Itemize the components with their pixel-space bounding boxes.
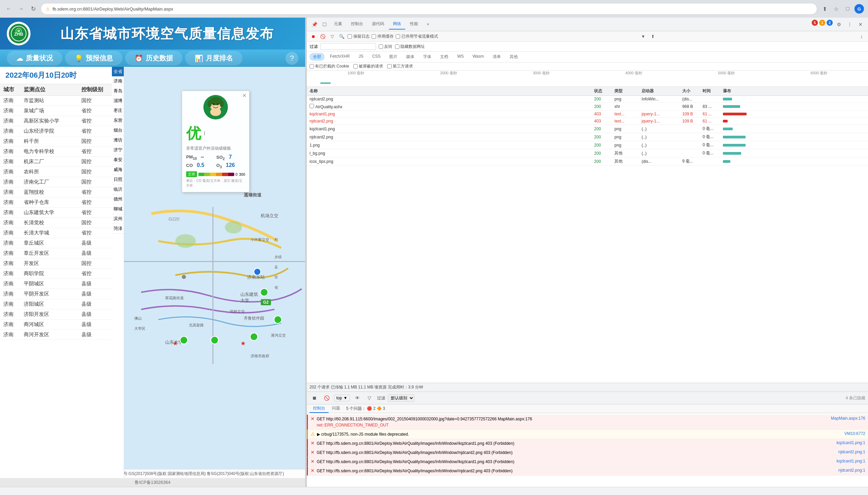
more-filters-button[interactable]: ▼ — [639, 33, 647, 40]
filter-zaozhuang[interactable]: 枣庄 — [112, 106, 124, 116]
table-row[interactable]: 济南开发区国控 — [0, 258, 112, 269]
type-other[interactable]: 其他 — [506, 53, 521, 61]
type-css[interactable]: CSS — [369, 53, 384, 61]
address-bar[interactable]: ⚠ fb.sdem.org.cn:8801/AirDeploy.Web/AirQ… — [41, 3, 817, 15]
record-button[interactable]: ⏺ — [309, 33, 317, 40]
filter-taian[interactable]: 泰安 — [112, 155, 124, 165]
table-row[interactable]: 济南济阳开发区县级 — [0, 309, 112, 320]
table-row[interactable]: 济南山东建筑大学省控 — [0, 208, 112, 218]
nav-quality[interactable]: ☁ 质量状况 — [7, 51, 63, 66]
table-row[interactable]: 济南山东经济学院省控 — [0, 126, 112, 136]
table-row[interactable]: 济南平阴城区县级 — [0, 279, 112, 289]
table-row[interactable]: 济南机床二厂国控 — [0, 157, 112, 167]
filter-liaocheng[interactable]: 聊城 — [112, 204, 124, 214]
table-row[interactable]: 济南长清大学城省控 — [0, 228, 112, 238]
table-row[interactable]: 济南商河城区县级 — [0, 320, 112, 330]
devtools-window-button[interactable]: ☐ — [320, 20, 329, 29]
map-container[interactable]: 遥墙街道 机场立交 村 乡镇 县 市 省 荷花路街道 济南东站 G220 佛山 … — [124, 67, 305, 470]
type-js[interactable]: JS — [355, 53, 367, 61]
console-filter-button[interactable]: ▽ — [365, 393, 374, 403]
search-button[interactable]: 🔍 — [338, 33, 346, 40]
console-clear-button[interactable]: 🚫 — [322, 393, 331, 403]
settings-button[interactable]: ⚙ — [834, 20, 844, 29]
filter-toggle-button[interactable]: ▽ — [329, 33, 336, 40]
nav-help-button[interactable]: ? — [285, 52, 298, 65]
table-row[interactable]: 济南济阳城区县级 — [0, 299, 112, 309]
filter-jinan[interactable]: 济南 — [112, 76, 124, 86]
blocked-cookie-checkbox[interactable]: 有已拦截的 Cookie — [309, 64, 349, 69]
type-ws[interactable]: WS — [454, 53, 467, 61]
network-row[interactable]: 1.png200png(..)0 毫... — [307, 141, 868, 149]
tab-more[interactable]: » — [423, 20, 433, 29]
nav-ranking[interactable]: 📊 月度排名 — [185, 51, 243, 66]
type-doc[interactable]: 文档 — [437, 53, 451, 61]
network-row[interactable]: l_bg.png200其他(..)0 毫... — [307, 149, 868, 157]
invert-checkbox[interactable]: 反转 — [379, 44, 392, 50]
export-button[interactable]: ↓ — [858, 33, 865, 40]
table-row[interactable]: 济南章丘开发区县级 — [0, 248, 112, 258]
network-row[interactable]: icos_tips.png200其他(dis...9 毫... — [307, 157, 868, 166]
context-selector[interactable]: top ▼ — [334, 395, 350, 402]
console-tab-console[interactable]: 控制台 — [309, 405, 329, 413]
clear-button[interactable]: 🚫 — [319, 33, 326, 40]
city-filter[interactable]: 全省 济南 青岛 淄博 枣庄 东营 烟台 潍坊 济宁 泰安 威海 日照 临沂 德… — [112, 67, 124, 478]
popup-close-button[interactable]: ✕ — [242, 92, 247, 99]
filter-dongying[interactable]: 东营 — [112, 116, 124, 125]
type-all[interactable]: 全部 — [309, 53, 324, 61]
table-row[interactable]: 济南科干所国控 — [0, 136, 112, 147]
type-wasm[interactable]: Wasm — [469, 53, 488, 61]
devtools-pin-button[interactable]: 📌 — [309, 20, 319, 29]
filter-all[interactable]: 全省 — [112, 67, 124, 76]
disable-cache-checkbox[interactable]: 停用缓存 — [372, 34, 394, 39]
more-button[interactable]: ⋮ — [845, 20, 854, 29]
filter-heze[interactable]: 菏泽 — [112, 224, 124, 234]
filter-weifang[interactable]: 潍坊 — [112, 135, 124, 145]
third-party-checkbox[interactable]: 第三方请求 — [387, 64, 413, 69]
bookmark-button[interactable]: ☆ — [831, 4, 841, 14]
type-img[interactable]: 图片 — [386, 53, 401, 61]
table-row[interactable]: 济南章丘城区县级 — [0, 238, 112, 248]
table-row[interactable]: 济南蓝翔技校省控 — [0, 187, 112, 198]
eye-button[interactable]: 👁 — [353, 393, 362, 403]
network-row[interactable]: njdcard2.png200png(..)0 毫... — [307, 133, 868, 141]
map-area[interactable]: 全省 济南 青岛 淄博 枣庄 东营 烟台 潍坊 济宁 泰安 威海 日照 临沂 德… — [112, 67, 305, 478]
network-row[interactable]: njdcard2.png200pngInfoWin...(dis... — [307, 96, 868, 103]
table-row[interactable]: 济南市监测站国控 — [0, 96, 112, 106]
table-row[interactable]: 济南农科所国控 — [0, 167, 112, 177]
nav-history[interactable]: ⏰ 历史数据 — [125, 51, 182, 66]
hide-data-checkbox[interactable]: 隐藏数据网址 — [395, 44, 425, 50]
network-row[interactable]: kqzlcard1.png403text...jquery-1...109 B6… — [307, 110, 868, 118]
table-row[interactable]: 济南高新区实验小学省控 — [0, 116, 112, 126]
console-stop-button[interactable]: ⏹ — [309, 393, 319, 403]
share-button[interactable]: ⬆ — [820, 4, 829, 14]
filter-zibo[interactable]: 淄博 — [112, 96, 124, 106]
tab-performance[interactable]: 性能 — [406, 19, 422, 30]
filter-rizhao[interactable]: 日照 — [112, 175, 124, 185]
network-row[interactable]: njdcard2.png403text...jquery-1...109 B61… — [307, 118, 868, 125]
tab-sources[interactable]: 源代码 — [368, 19, 388, 30]
type-media[interactable]: 媒体 — [403, 53, 418, 61]
type-xhr[interactable]: Fetch/XHR — [326, 53, 353, 61]
blocked-requests-checkbox[interactable]: 被屏蔽的请求 — [353, 64, 383, 69]
filter-jining[interactable]: 济宁 — [112, 145, 124, 155]
forward-button[interactable]: → — [16, 4, 26, 14]
table-row[interactable]: 济南济南化工厂国控 — [0, 177, 112, 187]
filter-qingdao[interactable]: 青岛 — [112, 86, 124, 96]
table-row[interactable]: 济南泉城广场省控 — [0, 106, 112, 116]
filter-weihai[interactable]: 威海 — [112, 165, 124, 175]
preserve-log-checkbox[interactable]: 保留日志 — [348, 34, 370, 39]
tab-elements[interactable]: 元素 — [330, 19, 346, 30]
reload-button[interactable]: ↻ — [29, 4, 38, 14]
filter-binzhou[interactable]: 滨州 — [112, 214, 124, 224]
network-row[interactable]: AirQuality.ashx200xhr968 B83 ... — [307, 103, 868, 110]
type-font[interactable]: 字体 — [420, 53, 435, 61]
type-manifest[interactable]: 清单 — [489, 53, 504, 61]
tab-console[interactable]: 控制台 — [347, 19, 367, 30]
filter-linyi[interactable]: 临沂 — [112, 185, 124, 194]
close-devtools-button[interactable]: ✕ — [856, 20, 865, 29]
table-row[interactable]: 济南长清觉校国控 — [0, 218, 112, 228]
filter-yantai[interactable]: 烟台 — [112, 125, 124, 135]
table-row[interactable]: 济南商河开发区县级 — [0, 330, 112, 340]
offline-checkbox[interactable]: 已停用节省流量模式 — [396, 34, 438, 39]
filter-input[interactable] — [320, 43, 376, 50]
